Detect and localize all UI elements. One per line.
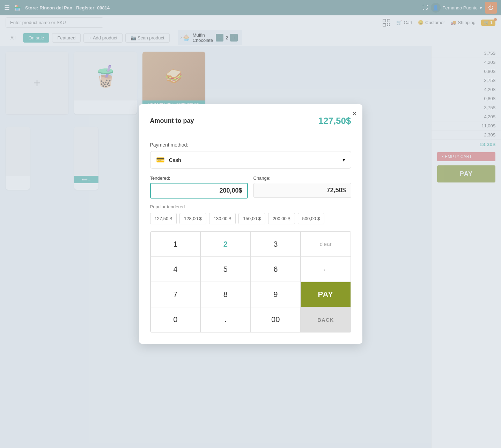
change-input [253, 183, 351, 198]
numpad: 1 2 3 clear 4 5 6 ← 7 8 9 PAY 0 . 00 BAC… [150, 231, 351, 333]
tendered-label: Tendered: [150, 176, 248, 181]
numpad-00[interactable]: 00 [251, 307, 301, 332]
numpad-9[interactable]: 9 [251, 282, 301, 307]
numpad-6[interactable]: 6 [251, 257, 301, 282]
numpad-5[interactable]: 5 [200, 257, 251, 282]
popular-btn-6[interactable]: 500,00 $ [298, 213, 325, 224]
popular-btn-3[interactable]: 130,00 $ [209, 213, 236, 224]
payment-method-label: Payment method: [150, 142, 351, 148]
numpad-back[interactable]: BACK [301, 307, 351, 332]
popular-label: Popular tendered [150, 204, 351, 209]
popular-buttons: 127,50 $ 128,00 $ 130,00 $ 150,00 $ 200,… [150, 213, 351, 224]
modal-overlay: × Amount to pay 127,50$ Payment method: … [0, 0, 501, 448]
tendered-field: Tendered: [150, 176, 248, 199]
numpad-clear[interactable]: clear [301, 232, 351, 257]
popular-btn-4[interactable]: 150,00 $ [238, 213, 265, 224]
payment-modal: × Amount to pay 127,50$ Payment method: … [139, 104, 362, 344]
numpad-0[interactable]: 0 [150, 307, 201, 332]
header-divider [150, 135, 351, 135]
numpad-1[interactable]: 1 [150, 232, 201, 257]
numpad-pay[interactable]: PAY [301, 282, 351, 307]
payment-method-left: 💳 Cash [156, 156, 181, 164]
payment-method-name: Cash [169, 157, 181, 163]
chevron-down-icon: ▾ [342, 157, 345, 163]
payment-method-select[interactable]: 💳 Cash ▾ [150, 151, 351, 169]
modal-header: Amount to pay 127,50$ [150, 115, 351, 126]
numpad-3[interactable]: 3 [251, 232, 301, 257]
numpad-backspace[interactable]: ← [301, 257, 351, 282]
numpad-dot[interactable]: . [200, 307, 251, 332]
numpad-7[interactable]: 7 [150, 282, 201, 307]
tendered-change-section: Tendered: Change: [150, 176, 351, 199]
change-label: Change: [253, 176, 351, 181]
cash-icon: 💳 [156, 156, 165, 164]
amount-value: 127,50$ [318, 115, 351, 126]
numpad-2[interactable]: 2 [200, 232, 251, 257]
popular-btn-2[interactable]: 128,00 $ [179, 213, 206, 224]
modal-close-button[interactable]: × [352, 110, 357, 118]
change-field: Change: [253, 176, 351, 199]
numpad-8[interactable]: 8 [200, 282, 251, 307]
popular-btn-1[interactable]: 127,50 $ [150, 213, 177, 224]
amount-label: Amount to pay [150, 117, 194, 125]
popular-btn-5[interactable]: 200,00 $ [268, 213, 295, 224]
tendered-input[interactable] [150, 183, 248, 199]
numpad-4[interactable]: 4 [150, 257, 201, 282]
